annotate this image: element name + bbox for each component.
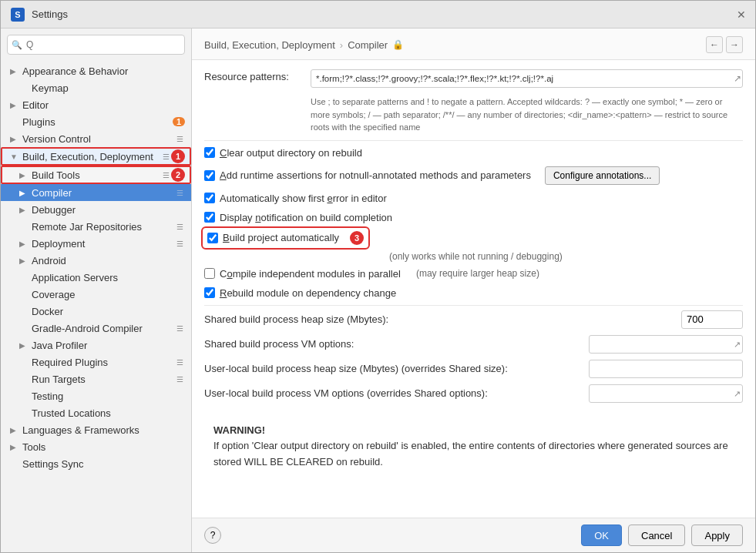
sidebar-item-label: Android — [32, 255, 185, 266]
warning-box: WARNING! If option 'Clear output directo… — [204, 415, 743, 478]
sidebar-item-java-profiler[interactable]: ▶ Java Profiler — [1, 337, 191, 354]
arrow-icon: ▶ — [10, 135, 21, 143]
settings-icon: ☰ — [174, 238, 185, 249]
checkbox-clear-output: Clear output directory on rebuild — [204, 146, 743, 160]
sidebar-item-coverage[interactable]: Coverage — [1, 286, 191, 303]
checkbox-compile-parallel: Compile independent modules in parallel — [204, 266, 401, 281]
sidebar-item-label: Plugins — [22, 116, 173, 128]
local-vm-input[interactable] — [589, 384, 743, 403]
settings-icon: ☰ — [174, 187, 185, 198]
search-input[interactable] — [7, 35, 185, 55]
resource-patterns-input[interactable] — [311, 69, 743, 88]
sidebar-item-label: Testing — [32, 390, 185, 402]
notification-label: Display notification on build completion — [220, 212, 392, 223]
local-heap-row: User-local build process heap size (Mbyt… — [204, 360, 743, 378]
sidebar-item-editor[interactable]: ▶ Editor — [1, 96, 191, 113]
sidebar-item-label: Docker — [32, 306, 185, 317]
rebuild-dependency-checkbox[interactable] — [204, 287, 215, 298]
configure-annotations-button[interactable]: Configure annotations... — [545, 166, 660, 185]
sidebar-item-run-targets[interactable]: Run Targets ☰ — [1, 370, 191, 387]
sidebar-item-label: Run Targets — [32, 374, 174, 385]
warning-text: WARNING! If option 'Clear output directo… — [213, 423, 734, 471]
build-auto-checkbox[interactable] — [207, 233, 218, 243]
sidebar-item-label: Build Tools — [32, 169, 160, 181]
divider-2 — [204, 305, 743, 306]
breadcrumb-current: Compiler — [348, 39, 388, 51]
sidebar-item-label: Keymap — [32, 82, 185, 94]
sidebar-item-docker[interactable]: Docker — [1, 303, 191, 320]
search-icon: 🔍 — [12, 40, 22, 50]
settings-icon: ☰ — [174, 357, 185, 367]
sidebar-item-label: Settings Sync — [22, 458, 185, 470]
svg-text:S: S — [15, 10, 20, 19]
sidebar-item-label: Tools — [22, 441, 185, 453]
sidebar-item-testing[interactable]: Testing — [1, 387, 191, 404]
sidebar-item-deployment[interactable]: ▶ Deployment ☰ — [1, 235, 191, 252]
sidebar-item-build-tools[interactable]: ▶ Build Tools ☰ 2 — [1, 166, 191, 184]
arrow-icon: ▶ — [10, 101, 21, 109]
sidebar-item-tools[interactable]: ▶ Tools — [1, 438, 191, 455]
expand-local-vm-icon[interactable]: ↗ — [734, 388, 741, 398]
sidebar-item-application-servers[interactable]: Application Servers — [1, 269, 191, 286]
close-icon[interactable]: ✕ — [737, 8, 746, 21]
notification-checkbox[interactable] — [204, 212, 215, 223]
shared-heap-input[interactable] — [681, 310, 743, 329]
sidebar-item-label: Required Plugins — [32, 357, 174, 368]
sidebar-item-label: Remote Jar Repositories — [32, 221, 174, 233]
back-button[interactable]: ← — [706, 36, 723, 53]
expand-vm-icon[interactable]: ↗ — [734, 339, 741, 349]
breadcrumb: Build, Execution, Deployment › Compiler … — [204, 39, 706, 51]
local-heap-input[interactable] — [589, 360, 743, 378]
sidebar-item-required-plugins[interactable]: Required Plugins ☰ — [1, 354, 191, 370]
sidebar-item-gradle-android[interactable]: Gradle-Android Compiler ☰ — [1, 320, 191, 337]
sidebar-item-keymap[interactable]: Keymap — [1, 79, 191, 96]
sidebar-item-languages-frameworks[interactable]: ▶ Languages & Frameworks — [1, 421, 191, 438]
clear-output-checkbox[interactable] — [204, 147, 215, 158]
help-button[interactable]: ? — [204, 527, 221, 544]
sidebar-item-appearance-behavior[interactable]: ▶ Appearance & Behavior — [1, 62, 191, 79]
cancel-button[interactable]: Cancel — [628, 525, 685, 546]
sidebar-item-android[interactable]: ▶ Android — [1, 252, 191, 269]
sidebar-item-label: Languages & Frameworks — [22, 424, 185, 436]
sidebar-item-remote-jar[interactable]: Remote Jar Repositories ☰ — [1, 218, 191, 235]
sidebar-item-debugger[interactable]: ▶ Debugger — [1, 201, 191, 218]
show-error-label: Automatically show first error in editor — [220, 193, 387, 204]
compile-parallel-checkbox[interactable] — [204, 268, 215, 279]
sidebar-item-version-control[interactable]: ▶ Version Control ☰ — [1, 130, 191, 147]
sidebar-item-compiler[interactable]: ▶ Compiler ☰ — [1, 184, 191, 201]
step-badge-3: 3 — [350, 231, 364, 245]
runtime-assertions-checkbox[interactable] — [204, 170, 215, 181]
settings-window: S Settings ✕ 🔍 ▶ Appearance & Behavior — [0, 0, 756, 553]
resource-hint-text: Use ; to separate patterns and ! to nega… — [311, 96, 743, 134]
show-error-checkbox[interactable] — [204, 193, 215, 203]
shared-vm-row: Shared build process VM options: ↗ — [204, 335, 743, 354]
settings-icon: ☰ — [160, 151, 171, 162]
checkbox-show-error: Automatically show first error in editor — [204, 191, 743, 206]
breadcrumb-separator: › — [340, 39, 343, 51]
arrow-icon: ▼ — [10, 152, 21, 161]
local-heap-label: User-local build process heap size (Mbyt… — [204, 363, 583, 374]
ok-button[interactable]: OK — [581, 525, 622, 546]
settings-icon: ☰ — [160, 169, 171, 180]
shared-vm-input-wrap: ↗ — [589, 335, 743, 354]
sidebar-item-label: Trusted Locations — [32, 407, 185, 419]
apply-button[interactable]: Apply — [691, 525, 743, 546]
main-content: 🔍 ▶ Appearance & Behavior Keymap ▶ Edito… — [1, 28, 755, 552]
expand-icon[interactable]: ↗ — [734, 73, 741, 84]
titlebar: S Settings ✕ — [1, 1, 755, 28]
sidebar-item-trusted-locations[interactable]: Trusted Locations — [1, 404, 191, 421]
sidebar-item-build-execution-deployment[interactable]: ▼ Build, Execution, Deployment ☰ 1 — [1, 147, 191, 166]
divider — [204, 140, 743, 141]
sidebar-item-settings-sync[interactable]: Settings Sync — [1, 455, 191, 472]
clear-output-label: Clear output directory on rebuild — [220, 147, 362, 159]
resource-patterns-input-wrap: ↗ — [311, 69, 743, 88]
sidebar-item-plugins[interactable]: Plugins 1 — [1, 113, 191, 130]
sidebar-item-label: Debugger — [32, 204, 185, 216]
warning-title: WARNING! — [213, 424, 265, 436]
shared-vm-input[interactable] — [589, 335, 743, 354]
arrow-icon: ▶ — [19, 206, 30, 214]
plugins-badge: 1 — [173, 117, 185, 126]
forward-button[interactable]: → — [726, 36, 743, 53]
shared-vm-label: Shared build process VM options: — [204, 338, 583, 350]
rebuild-dependency-label: Rebuild module on dependency change — [220, 287, 396, 299]
